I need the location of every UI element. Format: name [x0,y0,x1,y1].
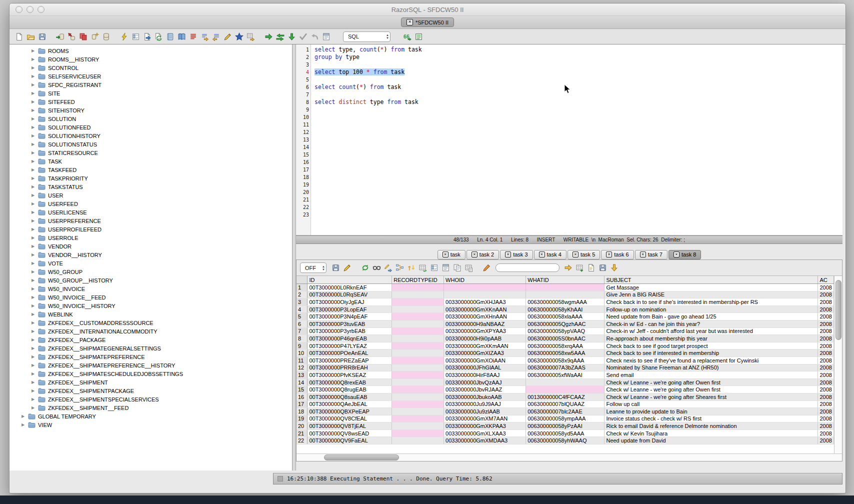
grid-cell[interactable]: 2008 [818,335,834,342]
grid-cell[interactable]: Check w/ Leanne - we're going after Owen… [604,378,818,386]
stepper-icon[interactable]: ▲▼ [386,32,389,42]
vertical-scrollbar-thumb[interactable] [836,280,842,340]
grid-cell[interactable]: 00T3000000P3LopEAF [308,306,392,313]
grid-cell[interactable]: 0033000000GmXHnAAN [444,313,526,320]
column-header[interactable]: RECORDTYPEID [392,276,444,284]
sql-mode-select[interactable]: SQL▲▼ [343,32,390,42]
table-row[interactable]: 1600T3000000Q8sauEAB0033000000JbukoAAB00… [296,393,834,400]
tree-item[interactable]: ▶SITEFEED [10,98,292,106]
table-row[interactable]: 1500T3000000Q8rugEAB0033000000JbvRJAAZCh… [296,386,834,394]
result-tab[interactable]: ✕task [438,250,466,260]
execute-lightning-icon[interactable] [119,32,130,42]
save-results-icon[interactable] [330,262,341,273]
grid-cell[interactable]: Check w/ Leanne - we're going after Owen… [604,386,818,394]
code-line[interactable] [314,158,422,166]
grid-cell[interactable]: 2008 [818,364,834,372]
horizontal-scrollbar[interactable] [296,454,842,461]
disclosure-triangle-icon[interactable]: ▶ [30,218,36,223]
code-line[interactable] [314,61,422,68]
grid-cell[interactable]: 00T3000000Q8rugEAB [308,386,392,394]
grid-cell[interactable]: Get Massage [604,284,818,292]
table-row[interactable]: 2100T3000000QV8wsEAD0033000000GmXLXAA300… [296,430,834,437]
grid-cell[interactable]: 00630000005QgzhAAC [526,320,604,328]
grid-cell[interactable] [392,298,444,306]
grid-cell[interactable]: Follow up call [604,400,818,408]
marker-pen-icon[interactable] [482,262,492,273]
tree-item[interactable]: ▶ZKFEDEX__SHIPMENTSPECIALSERVICES [10,395,292,404]
horizontal-scrollbar-thumb[interactable] [324,454,399,460]
grid-cell[interactable]: 2008 [818,291,834,298]
grid-cell[interactable]: 2008 [818,386,834,394]
grid-cell[interactable]: 006300000058ypVAAQ [526,328,604,335]
grid-cell[interactable]: 0033000000JbvRJAAZ [444,386,526,394]
page-view-icon[interactable] [440,262,451,273]
ddl-list-icon[interactable] [188,32,198,42]
grid-cell[interactable]: 0033000000Ju9zlAAB [444,408,526,416]
export-down-icon[interactable] [609,262,620,273]
grid-cell[interactable] [392,393,444,400]
grid-cell[interactable]: Check w/ Leanne - we're going after Shea… [604,393,818,400]
grid-cell[interactable] [392,342,444,350]
tree-item[interactable]: ▶VENDOR__HISTORY [10,250,292,259]
grid-cell[interactable] [526,378,604,386]
grid-cell[interactable] [392,320,444,328]
tab-close-icon[interactable]: ✕ [505,252,511,258]
table-row[interactable]: 2000T3000000QV8TjEAL0033000000GmXKPAA300… [296,422,834,430]
tree-item[interactable]: ▶ZKFEDEX__SHIPMATEPREFERENCE__HISTORY [10,361,292,370]
grid-cell[interactable]: 00T3000000P3yrbEAB [308,328,392,335]
grid-cell[interactable]: 0033000000GmXKnAAN [444,306,526,313]
grid-cell[interactable]: 006300000058x9qAAA [526,356,604,364]
grid-cell[interactable]: 00630000007blc2AAE [526,408,604,416]
disclosure-triangle-icon[interactable]: ▶ [30,48,36,53]
grid-cell[interactable]: 0033000000GmXKPAA3 [444,422,526,430]
grid-cell[interactable]: 2008 [818,408,834,416]
grid-cell[interactable]: 00T3000000L0RqSEAV [308,291,392,298]
tree-item[interactable]: ▶W50_INVOICE [10,284,292,293]
grid-cell[interactable]: 006300000058yKhAAI [526,306,604,313]
disclosure-triangle-icon[interactable]: ▶ [30,168,36,172]
close-button[interactable] [16,6,22,13]
grid-cell[interactable] [392,364,444,372]
save-file-icon[interactable] [37,32,48,42]
tree-arrow-icon[interactable] [394,262,405,273]
code-line[interactable]: group by type [314,54,422,61]
grid-cell[interactable]: 006300000058yhWAAQ [526,437,604,444]
tree-item[interactable]: ▶USERPROFILEFEED [10,225,292,234]
disclosure-triangle-icon[interactable]: ▶ [30,176,36,180]
grid-cell[interactable]: 00T3000000POeAnEAL [308,350,392,357]
grid-cell[interactable] [392,378,444,386]
copy-pages-icon[interactable] [452,262,462,273]
disclosure-triangle-icon[interactable]: ▶ [30,210,36,214]
code-line[interactable] [314,144,422,151]
grid-cell[interactable]: 2008 [818,306,834,313]
disclosure-triangle-icon[interactable]: ▶ [30,286,36,291]
result-tab[interactable]: ✕task 2 [466,250,499,260]
table-row[interactable]: 1400T3000000Q8rexEAB0033000000JbvQzAAJCh… [296,378,834,386]
grid-cell[interactable] [392,408,444,416]
result-tab[interactable]: ✕task 4 [534,250,566,260]
disclosure-triangle-icon[interactable]: ▶ [30,142,36,146]
page-edit-icon[interactable] [586,262,596,273]
tab-close-icon[interactable]: ✕ [472,252,478,258]
code-line[interactable] [314,181,422,188]
split-divider[interactable] [292,44,296,470]
tree-item[interactable]: ▶USERFEED [10,200,292,208]
tree-item[interactable]: ▶TASKSTATUS [10,182,292,191]
export-doc-icon[interactable] [142,32,152,42]
code-line[interactable]: select top 100 * from task [314,68,422,76]
connect-db-icon[interactable] [55,32,66,42]
grid-cell[interactable]: Check back in to see if she's interested… [604,298,818,306]
disclosure-triangle-icon[interactable]: ▶ [30,270,36,274]
sql-code-area[interactable]: select type, count(*) from taskgroup by … [311,44,422,235]
tab-close-icon[interactable]: ✕ [406,19,413,26]
disclosure-triangle-icon[interactable]: ▶ [30,236,36,240]
tree-item[interactable]: ▶W50_GROUP [10,268,292,276]
grid-cell[interactable]: 00630000007blQUAAZ [526,400,604,408]
grid-cell[interactable] [392,313,444,320]
grid-cell[interactable]: 0033000000JFhGlAAL [444,364,526,372]
grid-cell[interactable] [392,328,444,335]
code-line[interactable] [314,106,422,114]
disclosure-triangle-icon[interactable]: ▶ [30,227,36,232]
filter-pencil-icon[interactable] [342,262,352,273]
editor-tab[interactable]: ✕ *SFDCW50 II [401,18,454,27]
